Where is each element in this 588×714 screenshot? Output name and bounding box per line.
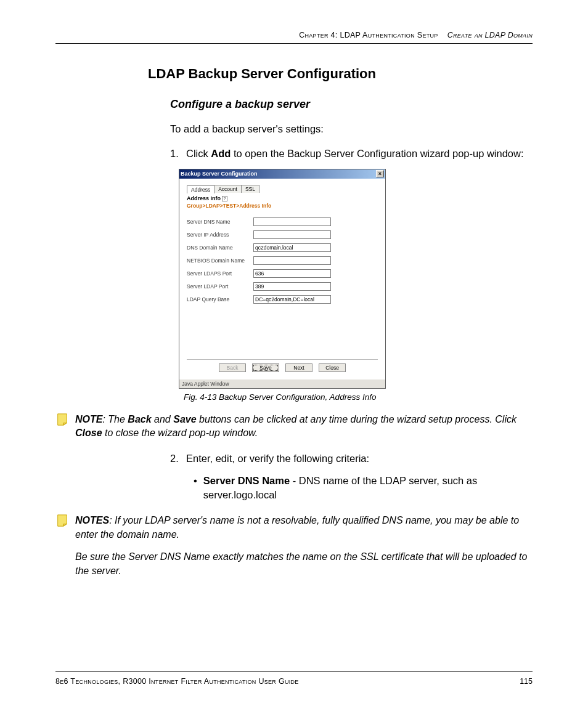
row-query-base: LDAP Query Base (187, 295, 378, 304)
input-server-dns-name[interactable] (253, 217, 331, 226)
tab-address[interactable]: Address (187, 185, 214, 193)
back-button[interactable]: Back (219, 363, 246, 372)
svg-marker-1 (63, 423, 67, 425)
figure-caption: Fig. 4-13 Backup Server Configuration, A… (184, 392, 533, 402)
intro-paragraph: To add a backup server's settings: (170, 122, 533, 137)
input-ldap-port[interactable] (253, 282, 331, 291)
page-footer: 8e6 Technologies, R3000 Internet Filter … (55, 671, 533, 686)
section-label: Address Info (187, 195, 221, 201)
step-2: 2. Enter, edit, or verify the following … (170, 452, 533, 466)
breadcrumb: Group>LDAP>TEST>Address Info (187, 203, 378, 209)
dialog-title: Backup Server Configuration (181, 171, 258, 177)
page-number: 115 (520, 677, 533, 686)
input-server-ip[interactable] (253, 230, 331, 239)
save-button[interactable]: Save (252, 363, 279, 372)
row-ldaps-port: Server LDAPS Port (187, 269, 378, 278)
note-1: NOTE: The Back and Save buttons can be c… (55, 413, 533, 440)
svg-marker-3 (63, 524, 67, 527)
input-netbios[interactable] (253, 256, 331, 265)
dialog-tabs: Address Account SSL (187, 185, 378, 193)
tab-account[interactable]: Account (214, 185, 242, 193)
close-icon[interactable]: × (376, 170, 384, 177)
note-icon (55, 514, 69, 578)
input-query-base[interactable] (253, 295, 331, 304)
heading-2: Configure a backup server (170, 98, 533, 111)
note-icon (55, 413, 69, 440)
dialog-footer: Back Save Next Close (187, 359, 378, 377)
applet-status: Java Applet Window (179, 379, 385, 388)
header-chapter: Chapter 4: LDAP Authentication Setup (299, 31, 438, 39)
bullet-server-dns: • Server DNS Name - DNS name of the LDAP… (194, 474, 533, 503)
input-dns-domain[interactable] (253, 243, 331, 252)
running-header: Chapter 4: LDAP Authentication Setup Cre… (55, 31, 533, 44)
header-section: Create an LDAP Domain (447, 31, 533, 39)
note-2: NOTES: If your LDAP server's name is not… (55, 514, 533, 578)
heading-1: LDAP Backup Server Configuration (148, 66, 533, 82)
row-dns-domain: DNS Domain Name (187, 243, 378, 252)
row-server-dns-name: Server DNS Name (187, 217, 378, 226)
row-server-ip: Server IP Address (187, 230, 378, 239)
input-ldaps-port[interactable] (253, 269, 331, 278)
step-1: 1. Click Add to open the Backup Server C… (170, 147, 533, 161)
footer-left: 8e6 Technologies, R3000 Internet Filter … (55, 677, 299, 686)
row-ldap-port: Server LDAP Port (187, 282, 378, 291)
dialog-titlebar: Backup Server Configuration × (179, 169, 385, 179)
next-button[interactable]: Next (285, 363, 312, 372)
row-netbios: NETBIOS Domain Name (187, 256, 378, 265)
figure-wrap: Backup Server Configuration × Address Ac… (179, 169, 533, 402)
close-button[interactable]: Close (319, 363, 346, 372)
backup-server-dialog: Backup Server Configuration × Address Ac… (179, 169, 386, 389)
help-icon[interactable]: ? (222, 196, 227, 201)
tab-ssl[interactable]: SSL (241, 185, 259, 193)
